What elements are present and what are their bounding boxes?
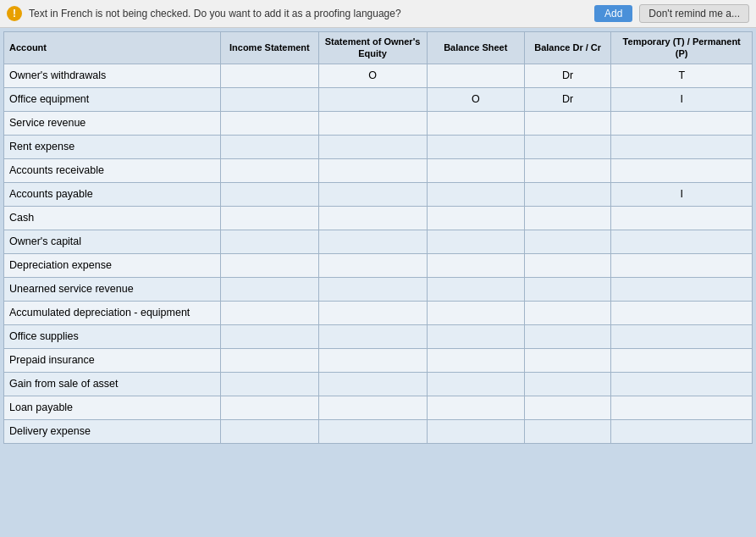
cell-income_statement[interactable]	[221, 301, 318, 324]
cell-balance_dr_cr[interactable]	[524, 182, 610, 206]
cell-account[interactable]: Depreciation expense	[4, 253, 221, 277]
cell-temp_perm[interactable]	[611, 372, 753, 396]
cell-balance_sheet[interactable]	[427, 277, 524, 301]
cell-income_statement[interactable]	[221, 324, 318, 348]
cell-balance_dr_cr[interactable]	[524, 253, 610, 277]
cell-balance_sheet[interactable]	[427, 419, 524, 443]
cell-balance_dr_cr[interactable]: Dr	[524, 64, 610, 87]
cell-temp_perm[interactable]	[611, 135, 753, 158]
cell-owners_equity[interactable]	[318, 348, 427, 372]
cell-owners_equity[interactable]	[318, 87, 427, 111]
cell-balance_dr_cr[interactable]: Dr	[524, 87, 610, 111]
add-button[interactable]: Add	[594, 5, 632, 22]
cell-balance_sheet[interactable]	[427, 206, 524, 230]
cell-owners_equity[interactable]	[318, 301, 427, 324]
cell-balance_dr_cr[interactable]	[524, 277, 610, 301]
cell-balance_dr_cr[interactable]	[524, 158, 610, 182]
cell-temp_perm[interactable]: T	[611, 64, 753, 87]
cell-income_statement[interactable]	[221, 396, 318, 419]
cell-temp_perm[interactable]: I	[611, 182, 753, 206]
cell-owners_equity[interactable]	[318, 419, 427, 443]
cell-owners_equity[interactable]	[318, 230, 427, 253]
cell-income_statement[interactable]	[221, 182, 318, 206]
cell-balance_dr_cr[interactable]	[524, 206, 610, 230]
cell-temp_perm[interactable]	[611, 419, 753, 443]
cell-owners_equity[interactable]	[318, 372, 427, 396]
cell-balance_sheet[interactable]: O	[427, 87, 524, 111]
cell-balance_sheet[interactable]	[427, 253, 524, 277]
cell-temp_perm[interactable]	[611, 324, 753, 348]
cell-temp_perm[interactable]	[611, 301, 753, 324]
cell-owners_equity[interactable]	[318, 324, 427, 348]
cell-account[interactable]: Accumulated depreciation - equipment	[4, 301, 221, 324]
cell-account[interactable]: Rent expense	[4, 135, 221, 158]
cell-balance_dr_cr[interactable]	[524, 135, 610, 158]
cell-balance_sheet[interactable]	[427, 324, 524, 348]
cell-balance_dr_cr[interactable]	[524, 348, 610, 372]
cell-balance_dr_cr[interactable]	[524, 324, 610, 348]
cell-temp_perm[interactable]	[611, 230, 753, 253]
cell-income_statement[interactable]	[221, 135, 318, 158]
cell-account[interactable]: Office supplies	[4, 324, 221, 348]
cell-income_statement[interactable]	[221, 87, 318, 111]
cell-owners_equity[interactable]	[318, 396, 427, 419]
dont-remind-button[interactable]: Don't remind me a...	[639, 4, 749, 23]
cell-income_statement[interactable]	[221, 419, 318, 443]
cell-account[interactable]: Gain from sale of asset	[4, 372, 221, 396]
cell-balance_sheet[interactable]	[427, 396, 524, 419]
cell-income_statement[interactable]	[221, 277, 318, 301]
cell-balance_sheet[interactable]	[427, 135, 524, 158]
table-row: Depreciation expense	[4, 253, 753, 277]
cell-temp_perm[interactable]: I	[611, 87, 753, 111]
cell-income_statement[interactable]	[221, 111, 318, 135]
cell-owners_equity[interactable]	[318, 253, 427, 277]
cell-account[interactable]: Office equipment	[4, 87, 221, 111]
cell-owners_equity[interactable]	[318, 135, 427, 158]
cell-income_statement[interactable]	[221, 348, 318, 372]
cell-income_statement[interactable]	[221, 372, 318, 396]
cell-owners_equity[interactable]	[318, 277, 427, 301]
cell-balance_sheet[interactable]	[427, 158, 524, 182]
cell-income_statement[interactable]	[221, 158, 318, 182]
cell-account[interactable]: Owner's withdrawals	[4, 64, 221, 87]
cell-temp_perm[interactable]	[611, 158, 753, 182]
cell-account[interactable]: Accounts payable	[4, 182, 221, 206]
cell-balance_sheet[interactable]	[427, 372, 524, 396]
cell-temp_perm[interactable]	[611, 253, 753, 277]
cell-balance_sheet[interactable]	[427, 182, 524, 206]
cell-income_statement[interactable]	[221, 253, 318, 277]
cell-owners_equity[interactable]	[318, 182, 427, 206]
cell-account[interactable]: Cash	[4, 206, 221, 230]
cell-income_statement[interactable]	[221, 230, 318, 253]
cell-balance_sheet[interactable]	[427, 348, 524, 372]
cell-account[interactable]: Accounts receivable	[4, 158, 221, 182]
cell-account[interactable]: Service revenue	[4, 111, 221, 135]
cell-balance_dr_cr[interactable]	[524, 301, 610, 324]
cell-account[interactable]: Owner's capital	[4, 230, 221, 253]
cell-balance_dr_cr[interactable]	[524, 396, 610, 419]
cell-temp_perm[interactable]	[611, 277, 753, 301]
cell-temp_perm[interactable]	[611, 111, 753, 135]
cell-income_statement[interactable]	[221, 206, 318, 230]
cell-balance_dr_cr[interactable]	[524, 419, 610, 443]
cell-owners_equity[interactable]	[318, 206, 427, 230]
cell-owners_equity[interactable]	[318, 111, 427, 135]
table-row: Office equipmentODrI	[4, 87, 753, 111]
cell-temp_perm[interactable]	[611, 396, 753, 419]
cell-balance_dr_cr[interactable]	[524, 111, 610, 135]
cell-balance_dr_cr[interactable]	[524, 230, 610, 253]
cell-temp_perm[interactable]	[611, 348, 753, 372]
cell-owners_equity[interactable]	[318, 158, 427, 182]
cell-balance_sheet[interactable]	[427, 111, 524, 135]
cell-account[interactable]: Delivery expense	[4, 419, 221, 443]
cell-account[interactable]: Loan payable	[4, 396, 221, 419]
cell-income_statement[interactable]	[221, 64, 318, 87]
cell-balance_sheet[interactable]	[427, 230, 524, 253]
cell-temp_perm[interactable]	[611, 206, 753, 230]
cell-account[interactable]: Prepaid insurance	[4, 348, 221, 372]
cell-balance_sheet[interactable]	[427, 301, 524, 324]
cell-account[interactable]: Unearned service revenue	[4, 277, 221, 301]
cell-balance_dr_cr[interactable]	[524, 372, 610, 396]
cell-balance_sheet[interactable]	[427, 64, 524, 87]
cell-owners_equity[interactable]: O	[318, 64, 427, 87]
